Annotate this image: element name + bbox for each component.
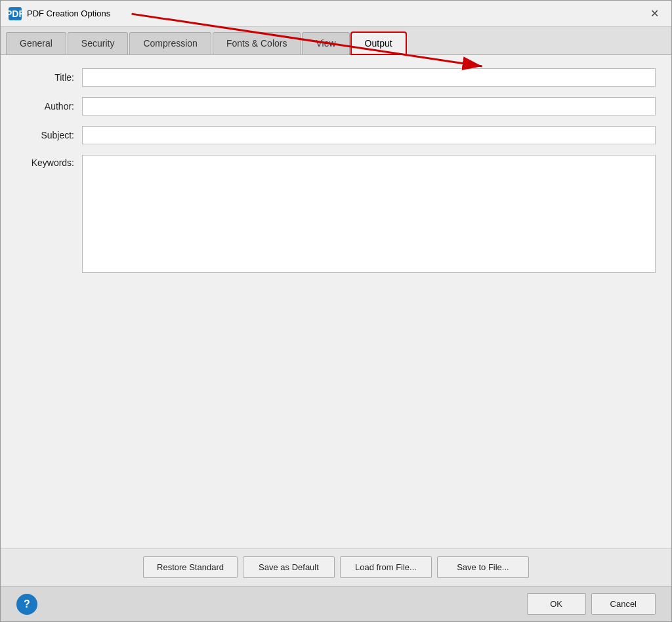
subject-label: Subject: bbox=[16, 130, 82, 140]
title-bar-left: PDF PDF Creation Options bbox=[9, 7, 110, 20]
title-bar: PDF PDF Creation Options ✕ bbox=[1, 1, 671, 27]
help-button[interactable]: ? bbox=[16, 594, 37, 615]
content-area: Title: Author: Subject: Keywords: bbox=[1, 55, 671, 548]
title-label: Title: bbox=[16, 72, 82, 83]
keywords-label: Keywords: bbox=[16, 155, 82, 168]
load-from-file-button[interactable]: Load from File... bbox=[340, 556, 432, 578]
author-row: Author: bbox=[16, 97, 656, 115]
tab-fonts-colors[interactable]: Fonts & Colors bbox=[213, 32, 301, 54]
title-row: Title: bbox=[16, 68, 656, 87]
keywords-row: Keywords: bbox=[16, 155, 656, 273]
restore-standard-button[interactable]: Restore Standard bbox=[143, 556, 238, 578]
cancel-button[interactable]: Cancel bbox=[591, 593, 656, 615]
footer-right: OK Cancel bbox=[527, 593, 656, 615]
tab-view[interactable]: View bbox=[302, 32, 349, 54]
tabs-bar: General Security Compression Fonts & Col… bbox=[1, 27, 671, 55]
author-input[interactable] bbox=[82, 97, 656, 115]
subject-row: Subject: bbox=[16, 126, 656, 144]
subject-input[interactable] bbox=[82, 126, 656, 144]
keywords-input[interactable] bbox=[82, 155, 656, 273]
title-input[interactable] bbox=[82, 68, 656, 87]
tab-general[interactable]: General bbox=[6, 32, 66, 54]
close-button[interactable]: ✕ bbox=[645, 5, 663, 23]
author-label: Author: bbox=[16, 101, 82, 112]
app-icon: PDF bbox=[9, 7, 22, 20]
tab-security[interactable]: Security bbox=[68, 32, 129, 54]
tab-output[interactable]: Output bbox=[351, 32, 406, 54]
ok-button[interactable]: OK bbox=[527, 593, 586, 615]
footer-bar: ? OK Cancel bbox=[1, 586, 671, 621]
save-to-file-button[interactable]: Save to File... bbox=[437, 556, 529, 578]
save-as-default-button[interactable]: Save as Default bbox=[243, 556, 335, 578]
bottom-buttons-bar: Restore Standard Save as Default Load fr… bbox=[1, 548, 671, 586]
tab-compression[interactable]: Compression bbox=[129, 32, 211, 54]
dialog-window: PDF PDF Creation Options ✕ General Secur… bbox=[0, 0, 672, 622]
dialog-title: PDF Creation Options bbox=[27, 9, 110, 18]
